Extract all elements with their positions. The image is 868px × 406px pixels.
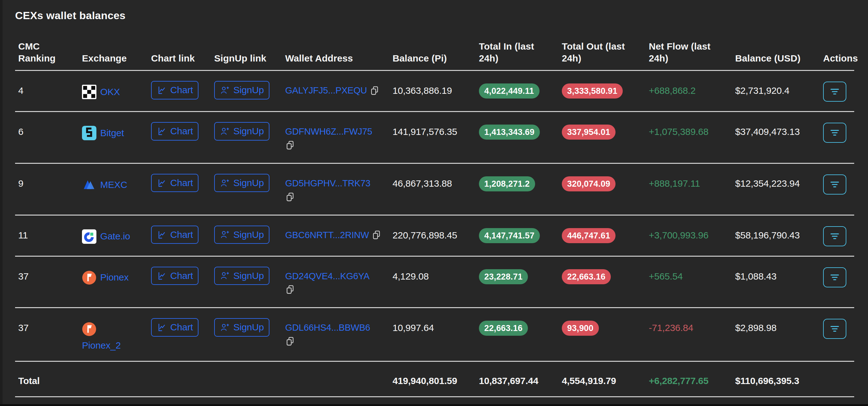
- total-in-cell: 4,147,741.57: [479, 229, 562, 243]
- total-in-badge: 23,228.71: [479, 269, 528, 284]
- exchange-name-link[interactable]: Bitget: [100, 127, 124, 139]
- signup-button-label: SignUp: [233, 270, 264, 281]
- actions-button[interactable]: [823, 226, 846, 246]
- header-wallet-address: Wallet Address: [285, 53, 393, 64]
- signup-button[interactable]: SignUp: [214, 318, 270, 337]
- filter-icon: [830, 181, 839, 188]
- copy-address-button[interactable]: [285, 140, 295, 150]
- exchange-name-link[interactable]: Pionex_2: [82, 339, 121, 351]
- gateio-logo-icon: [82, 229, 96, 244]
- actions-cell: [823, 322, 854, 339]
- net-flow-value: +565.54: [649, 270, 735, 282]
- actions-cell: [823, 229, 854, 246]
- actions-button[interactable]: [823, 123, 846, 143]
- wallet-address-link[interactable]: GDL66HS4...BBWB6: [285, 322, 370, 334]
- total-in-cell: 1,208,271.2: [479, 178, 562, 192]
- signup-button[interactable]: SignUp: [214, 226, 270, 244]
- wallet-address-cell: GALYJFJ5...PXEQU: [285, 85, 393, 96]
- person-add-icon: [220, 230, 230, 239]
- cmc-rank-value: 6: [15, 126, 82, 138]
- total-out-badge: 446,747.61: [562, 228, 616, 243]
- actions-button[interactable]: [823, 174, 846, 195]
- copy-icon: [285, 140, 295, 150]
- header-total-in: Total In (last 24h): [479, 40, 562, 64]
- window-bottom-edge: [0, 404, 868, 406]
- table-row: 11Gate.ioChartSignUpGBC6NRTT...2RINW220,…: [15, 215, 854, 257]
- chart-button[interactable]: Chart: [151, 226, 198, 244]
- copy-address-button[interactable]: [285, 192, 295, 202]
- wallet-address-link[interactable]: GALYJFJ5...PXEQU: [285, 85, 367, 96]
- balance-usd-value: $1,088.43: [735, 270, 823, 282]
- copy-address-button[interactable]: [372, 230, 381, 240]
- filter-icon: [830, 88, 839, 95]
- copy-address-button[interactable]: [370, 86, 380, 96]
- exchange-name-link[interactable]: MEXC: [100, 179, 127, 191]
- chart-button[interactable]: Chart: [151, 81, 198, 99]
- signup-button[interactable]: SignUp: [214, 267, 270, 285]
- total-net-flow: +6,282,777.65: [649, 375, 735, 387]
- chart-button[interactable]: Chart: [151, 267, 198, 285]
- total-in-cell: 22,663.16: [479, 322, 562, 336]
- exchange-name-link[interactable]: OKX: [100, 86, 120, 98]
- chart-button[interactable]: Chart: [151, 318, 198, 337]
- chart-button[interactable]: Chart: [151, 122, 198, 141]
- signup-button[interactable]: SignUp: [214, 81, 270, 99]
- signup-button-label: SignUp: [233, 178, 264, 189]
- actions-cell: [823, 270, 854, 287]
- chart-button-label: Chart: [170, 178, 193, 189]
- wallet-address-link[interactable]: GBC6NRTT...2RINW: [285, 229, 369, 241]
- actions-button[interactable]: [823, 319, 846, 339]
- header-exchange: Exchange: [82, 53, 151, 64]
- wallet-address-link[interactable]: GDFNWH6Z...FWJ75: [285, 126, 372, 137]
- copy-icon: [285, 284, 295, 295]
- exchange-cell: Bitget: [82, 126, 151, 140]
- exchange-cell: Pionex_2: [82, 322, 151, 351]
- total-out-badge: 337,954.01: [562, 125, 616, 140]
- total-out-badge: 320,074.09: [562, 176, 616, 192]
- total-in-badge: 1,413,343.69: [479, 125, 540, 140]
- balance-usd-value: $2,898.98: [735, 322, 823, 334]
- signup-button[interactable]: SignUp: [214, 122, 270, 141]
- signup-button[interactable]: SignUp: [214, 174, 270, 192]
- chart-link-cell: Chart: [151, 322, 214, 337]
- header-balance-usd: Balance (USD): [735, 53, 823, 64]
- window-left-edge: [0, 0, 2, 406]
- header-balance-pi: Balance (Pi): [393, 53, 479, 64]
- person-add-icon: [220, 86, 230, 95]
- signup-button-label: SignUp: [233, 229, 264, 240]
- total-in-cell: 4,022,449.11: [479, 85, 562, 99]
- exchange-cell: Pionex: [82, 270, 151, 285]
- header-actions: Actions: [823, 53, 854, 64]
- balance-pi-value: 10,363,886.19: [393, 85, 479, 97]
- exchange-cell: MEXC: [82, 178, 151, 192]
- actions-button[interactable]: [823, 81, 846, 102]
- total-out-cell: 22,663.16: [562, 270, 649, 284]
- chart-link-cell: Chart: [151, 178, 214, 192]
- total-out-cell: 3,333,580.91: [562, 85, 649, 99]
- mexc-logo-icon: [82, 178, 96, 192]
- wallet-address-cell: GBC6NRTT...2RINW: [285, 229, 393, 241]
- total-balance-usd: $110,696,395.3: [735, 375, 823, 387]
- chart-line-icon: [157, 322, 167, 332]
- actions-button[interactable]: [823, 267, 846, 287]
- total-in-badge: 4,147,741.57: [479, 228, 540, 243]
- chart-button-label: Chart: [170, 229, 193, 240]
- chart-button[interactable]: Chart: [151, 174, 198, 192]
- wallet-address-link[interactable]: GD5HGPHV...TRK73: [285, 178, 370, 189]
- chart-button-label: Chart: [170, 85, 193, 96]
- signup-link-cell: SignUp: [214, 229, 285, 244]
- exchange-name-link[interactable]: Gate.io: [100, 230, 130, 242]
- copy-address-button[interactable]: [285, 284, 295, 295]
- balance-pi-value: 4,129.08: [393, 270, 479, 282]
- cmc-rank-value: 37: [15, 270, 82, 282]
- balance-usd-value: $37,409,473.13: [735, 126, 823, 138]
- filter-icon: [830, 129, 839, 136]
- wallet-address-cell: GDL66HS4...BBWB6: [285, 322, 393, 349]
- header-total-out: Total Out (last 24h): [562, 40, 649, 64]
- exchange-name-link[interactable]: Pionex: [100, 271, 129, 283]
- copy-address-button[interactable]: [285, 336, 295, 347]
- table-row: 9MEXCChartSignUpGD5HGPHV...TRK7346,867,3…: [15, 164, 854, 215]
- total-in-badge: 1,208,271.2: [479, 176, 535, 192]
- wallet-address-link[interactable]: GD24QVE4...KG6YA: [285, 270, 370, 282]
- net-flow-value: +888,197.11: [649, 178, 735, 190]
